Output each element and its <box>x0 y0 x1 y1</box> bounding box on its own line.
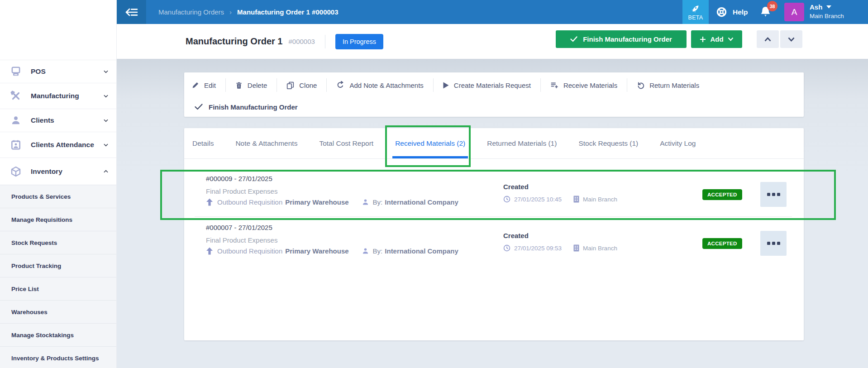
record-branch: Main Branch <box>583 245 617 252</box>
copy-icon <box>286 81 294 89</box>
sidebar-subitem-product-tracking[interactable]: Product Tracking <box>0 254 116 277</box>
row-actions-button[interactable] <box>760 182 787 207</box>
record-warehouse: Primary Warehouse <box>285 198 348 206</box>
sidebar-subitem-inventory-products-settings[interactable]: Inventory & Products Settings <box>0 346 116 368</box>
avatar[interactable]: A <box>784 3 804 21</box>
record-event: Created <box>503 183 529 191</box>
sidebar: POS Manufacturing Clients Clients Attend… <box>0 0 117 368</box>
record-company: International Company <box>385 198 458 206</box>
sidebar-subitem-manage-stocktakings[interactable]: Manage Stocktakings <box>0 323 116 346</box>
main-content: Edit Delete Clone Add Note & Attachments… <box>117 59 868 368</box>
arrow-up-icon <box>206 198 213 206</box>
user-menu[interactable]: Ash Main Branch <box>810 3 844 19</box>
breadcrumb: Manufacturing Orders › Manufacturing Ord… <box>158 0 339 24</box>
add-button-label: Add <box>710 35 723 43</box>
collapse-sidebar-button[interactable] <box>117 0 146 24</box>
sidebar-item-inventory[interactable]: Inventory <box>0 158 116 185</box>
status-badge-accepted: ACCEPTED <box>702 189 742 200</box>
calendar-person-icon <box>10 139 22 151</box>
receive-materials-label: Receive Materials <box>563 81 617 89</box>
caret-down-icon <box>826 5 831 9</box>
person-icon <box>10 115 22 126</box>
received-material-row[interactable]: #000007 - 27/01/2025 Final Product Expen… <box>184 217 804 266</box>
sidebar-subitem-label: Manage Stocktakings <box>11 332 74 339</box>
add-button[interactable]: Add <box>691 30 742 48</box>
add-note-attachments-button[interactable]: Add Note & Attachments <box>336 81 423 89</box>
collapse-sidebar-icon <box>125 8 138 17</box>
record-event: Created <box>503 232 529 239</box>
sidebar-item-pos[interactable]: POS <box>0 60 116 83</box>
divider <box>433 78 434 92</box>
breadcrumb-parent-link[interactable]: Manufacturing Orders <box>158 8 224 16</box>
status-badge[interactable]: In Progress <box>335 34 383 49</box>
tab-note-attachments[interactable]: Note & Attachments <box>235 128 297 158</box>
receive-materials-button[interactable]: Receive Materials <box>550 81 617 89</box>
sidebar-subitem-products-services[interactable]: Products & Services <box>0 185 116 208</box>
received-material-row[interactable]: #000009 - 27/01/2025 Final Product Expen… <box>184 168 804 217</box>
row-actions-button[interactable] <box>760 231 787 256</box>
sidebar-subitem-label: Stock Requests <box>11 239 57 246</box>
tab-received-materials[interactable]: Received Materials (2) <box>395 128 465 158</box>
next-record-button[interactable] <box>780 30 802 48</box>
chevron-down-icon <box>728 37 734 41</box>
record-timestamp: 27/01/2025 09:53 <box>514 245 562 252</box>
user-name: Ash <box>810 3 822 11</box>
sidebar-item-label: Clients Attendance <box>31 141 103 149</box>
delete-button[interactable]: Delete <box>235 81 267 89</box>
sidebar-item-label: Clients <box>31 116 103 124</box>
tab-label: Returned Materials (1) <box>487 139 557 148</box>
return-materials-button[interactable]: Return Materials <box>637 81 699 89</box>
sidebar-item-clients[interactable]: Clients <box>0 109 116 132</box>
clone-button[interactable]: Clone <box>286 81 317 89</box>
sidebar-subitem-label: Inventory & Products Settings <box>11 355 99 362</box>
sidebar-subitem-label: Product Tracking <box>11 263 61 269</box>
tab-label: Total Cost Report <box>319 139 373 148</box>
create-materials-request-button[interactable]: Create Materials Request <box>443 81 531 89</box>
divider <box>540 78 541 92</box>
tab-activity-log[interactable]: Activity Log <box>660 128 696 158</box>
sidebar-subitem-warehouses[interactable]: Warehouses <box>0 300 116 323</box>
tab-details[interactable]: Details <box>192 128 214 158</box>
play-icon <box>443 82 449 89</box>
received-materials-list: #000009 - 27/01/2025 Final Product Expen… <box>184 159 804 266</box>
beta-label: BETA <box>688 14 703 21</box>
pos-terminal-icon <box>10 66 22 77</box>
edit-label: Edit <box>204 81 216 89</box>
sidebar-item-label: POS <box>31 67 103 76</box>
top-navigation-bar: Manufacturing Orders › Manufacturing Ord… <box>117 0 868 24</box>
sidebar-item-manufacturing[interactable]: Manufacturing <box>0 83 116 109</box>
tab-returned-materials[interactable]: Returned Materials (1) <box>487 128 557 158</box>
building-icon <box>573 244 579 252</box>
tab-stock-requests[interactable]: Stock Requests (1) <box>578 128 638 158</box>
finish-button-label: Finish Manufacturing Order <box>583 35 672 43</box>
sidebar-subitem-label: Manage Requisitions <box>11 216 72 223</box>
rocket-icon <box>691 4 701 14</box>
edit-button[interactable]: Edit <box>191 81 216 89</box>
divider <box>627 78 627 92</box>
order-number: #000003 <box>288 38 315 45</box>
record-warehouse: Primary Warehouse <box>285 247 348 255</box>
sidebar-subitem-stock-requests[interactable]: Stock Requests <box>0 231 116 254</box>
tab-label: Stock Requests (1) <box>578 139 638 148</box>
previous-record-button[interactable] <box>757 30 779 48</box>
record-direction: Outbound Requisition <box>217 198 282 206</box>
record-direction: Outbound Requisition <box>217 247 282 255</box>
add-note-label: Add Note & Attachments <box>349 81 423 89</box>
chevron-up-icon <box>764 37 771 42</box>
finish-manufacturing-order-action[interactable]: Finish Manufacturing Order <box>184 98 804 116</box>
actions-card: Edit Delete Clone Add Note & Attachments… <box>184 72 804 117</box>
delete-label: Delete <box>248 81 267 89</box>
tab-total-cost-report[interactable]: Total Cost Report <box>319 128 373 158</box>
help-button[interactable]: Help <box>716 0 748 24</box>
tab-bar: Details Note & Attachments Total Cost Re… <box>184 128 804 159</box>
sidebar-subitem-price-list[interactable]: Price List <box>0 277 116 300</box>
sidebar-item-clients-attendance[interactable]: Clients Attendance <box>0 132 116 158</box>
beta-badge[interactable]: BETA <box>682 0 709 24</box>
pencil-icon <box>191 81 199 89</box>
arrow-up-icon <box>206 247 213 255</box>
chevron-down-icon <box>103 68 109 75</box>
record-type: Final Product Expenses <box>206 187 277 195</box>
finish-manufacturing-order-button[interactable]: Finish Manufacturing Order <box>556 30 687 48</box>
sidebar-subitem-manage-requisitions[interactable]: Manage Requisitions <box>0 208 116 231</box>
record-company: International Company <box>385 247 458 255</box>
